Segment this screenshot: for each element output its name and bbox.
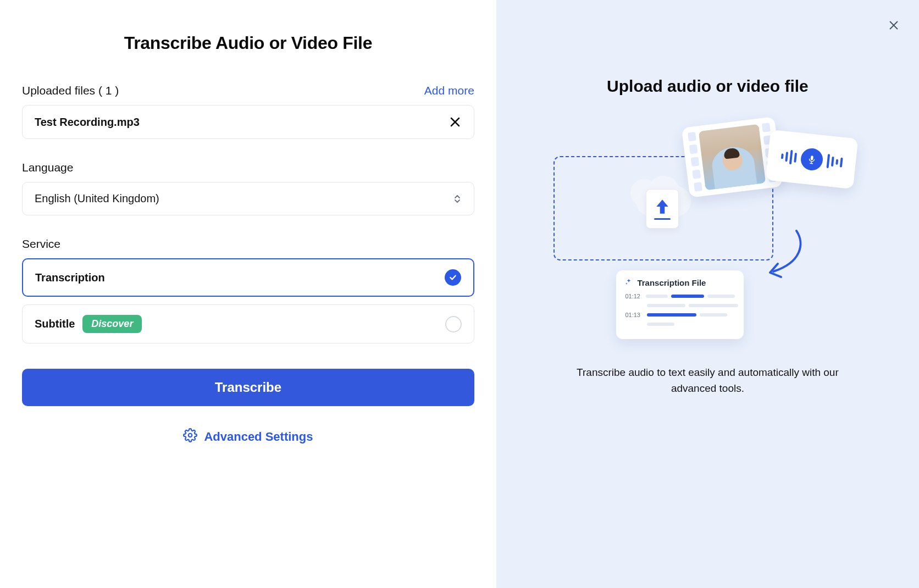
subtitle-text: Subtitle	[35, 318, 75, 330]
add-more-link[interactable]: Add more	[424, 84, 474, 97]
service-transcription-label: Transcription	[35, 271, 105, 284]
form-panel: Transcribe Audio or Video File Uploaded …	[0, 0, 496, 588]
radio-unchecked-icon	[445, 316, 462, 332]
remove-file-button[interactable]	[449, 115, 462, 129]
microphone-icon	[800, 147, 824, 171]
upload-illustration: Transcription File 01:12 01:13	[553, 118, 861, 348]
uploaded-files-label: Uploaded files ( 1 )	[22, 84, 119, 97]
uploaded-files-header: Uploaded files ( 1 ) Add more	[22, 84, 474, 97]
info-title: Upload audio or video file	[607, 77, 809, 96]
transcribe-button[interactable]: Transcribe	[22, 369, 474, 406]
advanced-settings-label: Advanced Settings	[204, 430, 313, 444]
language-select[interactable]: English (United Kingdom)	[22, 182, 474, 215]
close-button[interactable]	[884, 15, 904, 35]
curved-arrow-icon	[757, 228, 806, 282]
svg-point-2	[189, 434, 192, 437]
gear-icon	[183, 428, 197, 446]
chevron-up-down-icon	[453, 195, 462, 203]
page-title: Transcribe Audio or Video File	[22, 33, 474, 53]
timecode-1: 01:12	[625, 293, 640, 299]
video-frame-graphic	[699, 124, 766, 191]
uploaded-file-row: Test Recording.mp3	[22, 105, 474, 139]
service-subtitle-label: Subtitle Discover	[35, 315, 142, 333]
close-icon	[449, 115, 462, 129]
radio-checked-icon	[445, 269, 461, 286]
transcription-file-card: Transcription File 01:12 01:13	[616, 270, 744, 339]
language-value: English (United Kingdom)	[35, 192, 159, 205]
svg-rect-5	[811, 162, 812, 163]
audio-waveform-card	[766, 130, 859, 189]
uploaded-file-name: Test Recording.mp3	[35, 116, 140, 129]
service-label: Service	[22, 237, 474, 251]
discover-badge: Discover	[82, 315, 142, 333]
upload-arrow-card	[646, 189, 679, 229]
service-option-transcription[interactable]: Transcription	[22, 258, 474, 297]
close-icon	[888, 19, 900, 31]
info-description: Transcribe audio to text easily and auto…	[564, 365, 850, 396]
service-option-subtitle[interactable]: Subtitle Discover	[22, 304, 474, 343]
sparkle-icon	[625, 278, 633, 287]
upload-arrow-icon	[655, 198, 669, 215]
transcription-card-title: Transcription File	[637, 278, 706, 287]
language-label: Language	[22, 161, 474, 174]
timecode-2: 01:13	[625, 312, 641, 318]
info-panel: Upload audio or video file	[496, 0, 919, 588]
advanced-settings-link[interactable]: Advanced Settings	[22, 428, 474, 446]
